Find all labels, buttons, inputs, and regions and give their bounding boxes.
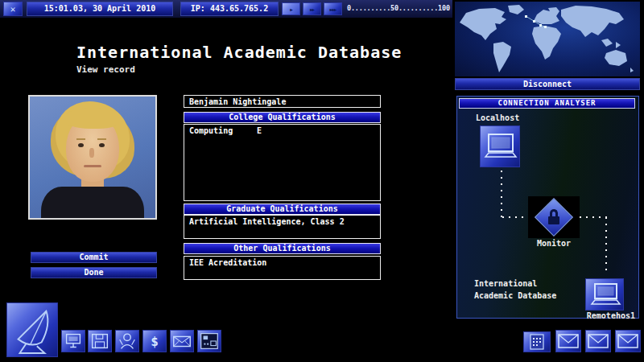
email-notification-button[interactable] (585, 330, 611, 352)
news-notification-button[interactable] (523, 331, 551, 352)
play-icon: ▶ (290, 6, 292, 12)
connection-line (605, 217, 607, 275)
photo-brow (97, 138, 106, 140)
connection-analyser-header: CONNECTION ANALYSER (459, 98, 635, 109)
remote-computer-icon (585, 278, 624, 311)
photo-eye (78, 143, 84, 147)
remote-system-name: Academic Database (474, 291, 556, 300)
fast-forward-icon: ▶▶ (310, 6, 314, 12)
graduate-qualifications-field[interactable]: Artificial Intelligence, Class 2 (184, 215, 381, 239)
page-title: International Academic Database (76, 43, 402, 62)
envelope-icon (617, 332, 639, 350)
qualification-grade: E (257, 126, 262, 135)
section-header-graduate: Graduate Qualifications (184, 204, 381, 215)
datetime-display: 15:01.03, 30 April 2010 (27, 2, 173, 16)
email-button[interactable] (170, 330, 194, 352)
satellite-dish-icon (7, 303, 57, 356)
monitor-icon (62, 330, 85, 352)
ip-display: IP: 443.65.765.2 (180, 2, 279, 16)
connection-line (502, 216, 531, 218)
fastest-button[interactable]: ▶▶▶ (324, 2, 342, 15)
floppy-disk-icon (89, 330, 111, 352)
photo-eye (99, 143, 105, 147)
gateway-button[interactable] (197, 330, 221, 352)
person-icon (116, 330, 138, 352)
fast-forward-button[interactable]: ▶▶ (303, 2, 321, 15)
disconnect-button[interactable]: Disconnect (455, 78, 640, 90)
name-field[interactable]: Benjamin Nightingale (184, 95, 381, 108)
uplink-screen: ✕ 15:01.03, 30 April 2010 IP: 443.65.765… (0, 0, 644, 362)
memo-icon (527, 333, 547, 351)
other-qualifications-field[interactable]: IEE Acreditation (184, 256, 381, 280)
remote-host-label: Remotehos1 (587, 311, 635, 320)
fastest-icon: ▶▶▶ (330, 6, 336, 12)
email-notification-button[interactable] (555, 330, 581, 352)
qualification-subject: IEE Acreditation (189, 258, 266, 267)
connection-analyser-panel: CONNECTION ANALYSER Localhost Monitor In… (456, 96, 639, 319)
qualification-subject: Artificial Intelligence, Class 2 (189, 217, 345, 226)
top-bar: ✕ 15:01.03, 30 April 2010 IP: 443.65.765… (0, 0, 452, 18)
dollar-icon: $ (151, 334, 159, 349)
section-header-other: Other Qualifications (184, 243, 381, 254)
play-button[interactable]: ▶ (282, 2, 300, 15)
page-subtitle: View record (76, 64, 135, 75)
qualification-subject: Computing (189, 126, 252, 135)
software-menu-button[interactable] (6, 302, 58, 357)
record-photo (28, 95, 157, 220)
done-button[interactable]: Done (31, 267, 157, 278)
envelope-icon (557, 332, 580, 350)
cpu-usage-gauge: 0..........50..........100 (347, 4, 450, 12)
close-button[interactable]: ✕ (3, 2, 23, 16)
section-header-college: College Qualifications (184, 112, 381, 123)
lock-icon (547, 209, 561, 224)
finance-button[interactable]: $ (142, 330, 167, 352)
photo-shirt (41, 187, 144, 220)
email-notification-button[interactable] (615, 330, 641, 352)
photo-mouth (84, 165, 101, 167)
connection-line (580, 216, 607, 218)
circuit-board-icon (198, 330, 221, 352)
world-map[interactable] (455, 2, 640, 76)
envelope-open-icon (171, 330, 193, 352)
photo-fringe (64, 108, 122, 129)
envelope-icon (587, 332, 609, 350)
status-button[interactable] (115, 330, 139, 352)
remote-system-name: International (474, 279, 537, 288)
photo-nose (89, 148, 94, 158)
memory-button[interactable] (88, 330, 112, 352)
photo-brow (76, 138, 85, 140)
close-icon: ✕ (10, 4, 16, 14)
college-qualifications-field[interactable]: Computing E (184, 124, 381, 201)
hardware-button[interactable] (61, 330, 85, 352)
world-map-graphic (455, 2, 640, 76)
monitor-security-node (528, 196, 580, 238)
localhost-label: Localhost (476, 113, 519, 122)
commit-button[interactable]: Commit (31, 252, 157, 263)
localhost-computer-icon (480, 125, 520, 167)
monitor-label: Monitor (528, 239, 580, 248)
connection-line (501, 171, 502, 217)
